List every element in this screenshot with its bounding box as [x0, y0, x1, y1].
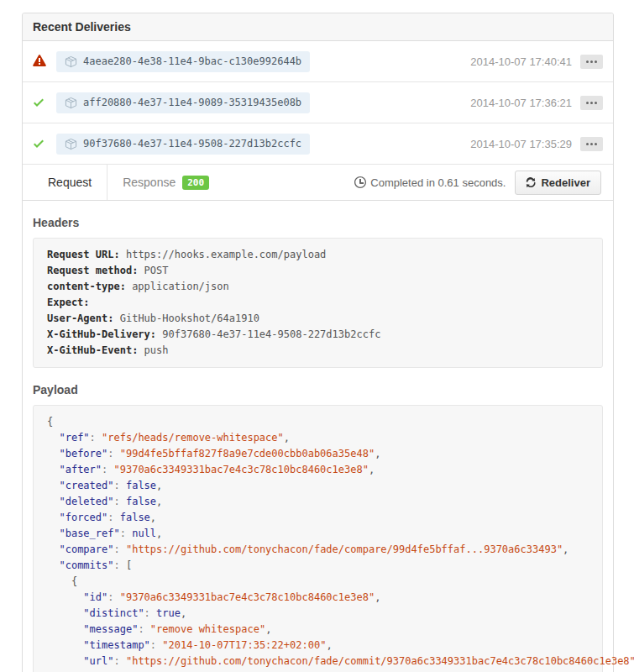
- request-payload-box: { "ref": "refs/heads/remove-whitespace",…: [33, 405, 603, 672]
- payload-line: "message": "remove whitespace",: [47, 622, 589, 638]
- check-icon: [33, 96, 45, 109]
- alert-triangle-icon: [33, 55, 46, 68]
- delivery-guid: aff20880-4e37-11e4-9089-35319435e08b: [83, 97, 301, 108]
- redeliver-label: Redeliver: [541, 176, 590, 189]
- tab-response[interactable]: Response 200: [107, 165, 224, 200]
- delivery-guid-badge: 4aeae280-4e38-11e4-9bac-c130e992644b: [56, 51, 310, 72]
- tab-response-label: Response: [123, 176, 176, 189]
- payload-line: "forced": false,: [47, 510, 589, 526]
- completed-text: Completed in 0.61 seconds.: [370, 176, 506, 189]
- tabbar-right: Completed in 0.61 seconds. Redeliver: [354, 165, 603, 200]
- payload-line: "base_ref": null,: [47, 526, 589, 542]
- delivery-guid: 4aeae280-4e38-11e4-9bac-c130e992644b: [83, 55, 301, 67]
- delivery-detail-tabbar: Request Response 200 Completed in 0.61 s…: [23, 165, 613, 201]
- request-detail-content: Headers Request URL: https://hooks.examp…: [23, 216, 613, 672]
- completed-status: Completed in 0.61 seconds.: [354, 176, 506, 189]
- header-line: X-GitHub-Event: push: [47, 343, 589, 359]
- header-line: Request URL: https://hooks.example.com/p…: [47, 247, 589, 263]
- payload-line: {: [47, 414, 589, 430]
- delivery-options-button[interactable]: [580, 137, 603, 151]
- payload-line: "deleted": false,: [47, 494, 589, 510]
- payload-line: "before": "99d4fe5bffaf827f8a9e7cde00cbb…: [47, 446, 589, 462]
- payload-line: "url": "https://github.com/tonychacon/fa…: [47, 654, 589, 669]
- delivery-guid: 90f37680-4e37-11e4-9508-227d13b2ccfc: [83, 138, 301, 150]
- panel-title: Recent Deliveries: [23, 13, 613, 41]
- payload-section-title: Payload: [33, 383, 603, 396]
- delivery-guid-badge: aff20880-4e37-11e4-9089-35319435e08b: [56, 92, 310, 113]
- ellipsis-icon: [586, 60, 589, 63]
- redeliver-button[interactable]: Redeliver: [515, 171, 601, 195]
- payload-line: "ref": "refs/heads/remove-whitespace",: [47, 430, 589, 446]
- delivery-row[interactable]: 4aeae280-4e38-11e4-9bac-c130e992644b 201…: [23, 41, 613, 82]
- delivery-row[interactable]: 90f37680-4e37-11e4-9508-227d13b2ccfc 201…: [23, 123, 613, 165]
- delivery-guid-badge: 90f37680-4e37-11e4-9508-227d13b2ccfc: [56, 134, 310, 155]
- payload-line: "after": "9370a6c3349331bac7e4c3c78c10bc…: [47, 462, 589, 478]
- payload-line: "id": "9370a6c3349331bac7e4c3c78c10bc846…: [47, 590, 589, 606]
- package-icon: [65, 138, 77, 150]
- delivery-timestamp: 2014-10-07 17:40:41: [470, 55, 572, 68]
- payload-line: "compare": "https://github.com/tonychaco…: [47, 542, 589, 558]
- delivery-list: 4aeae280-4e38-11e4-9bac-c130e992644b 201…: [23, 41, 613, 165]
- header-line: Expect:: [47, 295, 589, 311]
- payload-line: "timestamp": "2014-10-07T17:35:22+02:00"…: [47, 638, 589, 654]
- package-icon: [65, 55, 77, 68]
- delivery-options-button[interactable]: [580, 96, 603, 110]
- header-line: Request method: POST: [47, 263, 589, 279]
- response-status-badge: 200: [182, 176, 209, 190]
- delivery-options-button[interactable]: [580, 55, 603, 69]
- delivery-row[interactable]: aff20880-4e37-11e4-9089-35319435e08b 201…: [23, 82, 613, 123]
- header-line: X-GitHub-Delivery: 90f37680-4e37-11e4-95…: [47, 327, 589, 343]
- ellipsis-icon: [586, 143, 589, 145]
- recent-deliveries-panel: Recent Deliveries 4aeae280-4e38-11e4-9ba…: [22, 13, 614, 672]
- delivery-timestamp: 2014-10-07 17:35:29: [470, 138, 572, 150]
- sync-icon: [526, 176, 536, 189]
- delivery-timestamp: 2014-10-07 17:36:21: [470, 97, 572, 109]
- clock-icon: [354, 176, 366, 189]
- payload-line: "commits": [: [47, 558, 589, 574]
- tab-request-label: Request: [48, 176, 92, 189]
- request-headers-box: Request URL: https://hooks.example.com/p…: [33, 238, 603, 368]
- payload-line: {: [47, 574, 589, 590]
- ellipsis-icon: [586, 102, 589, 104]
- payload-line: "created": false,: [47, 478, 589, 494]
- headers-section-title: Headers: [33, 216, 603, 229]
- package-icon: [65, 97, 77, 109]
- payload-line: "distinct": true,: [47, 606, 589, 622]
- header-line: content-type: application/json: [47, 279, 589, 295]
- tab-request[interactable]: Request: [33, 165, 107, 200]
- header-line: User-Agent: GitHub-Hookshot/64a1910: [47, 311, 589, 327]
- check-icon: [33, 137, 45, 150]
